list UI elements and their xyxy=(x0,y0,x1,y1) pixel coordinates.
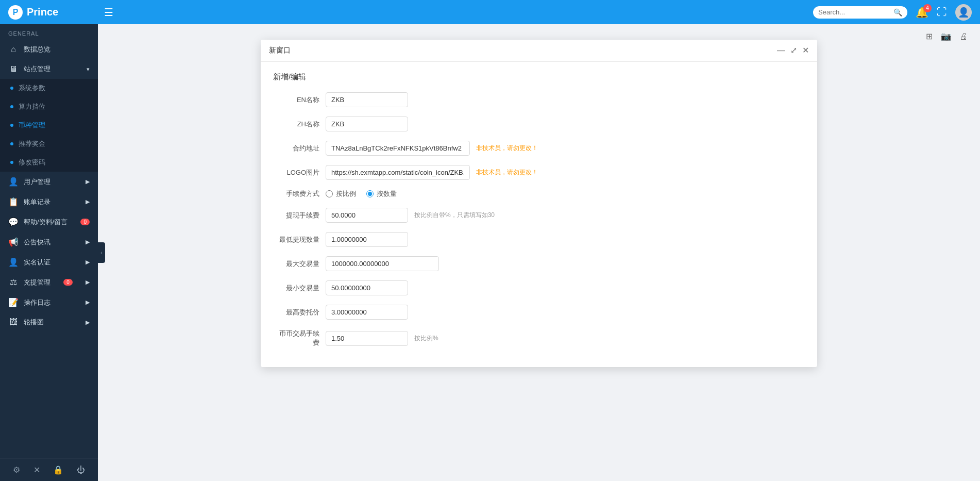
form-label-zh-name: ZH名称 xyxy=(273,120,319,129)
chevron-right-icon-carousel: ▶ xyxy=(86,319,90,326)
help-icon: 💬 xyxy=(8,217,19,227)
form-label-withdraw-fee: 提现手续费 xyxy=(273,211,319,220)
modal-close-button[interactable]: ✕ xyxy=(802,46,809,55)
sidebar-submenu-site: 系统参数 算力挡位 币种管理 推荐奖金 修改密码 xyxy=(0,79,98,172)
notice-icon: 📢 xyxy=(8,237,19,247)
content-area: ⊞ 📷 🖨 ‹ 新窗口 — ⤢ ✕ 新增/编辑 xyxy=(98,24,980,481)
form-input-trade-fee[interactable] xyxy=(326,331,408,346)
form-label-fee-method: 手续费方式 xyxy=(273,189,319,198)
sidebar-item-label-dashboard: 数据总览 xyxy=(24,45,50,54)
radio-label-ratio[interactable]: 按比例 xyxy=(326,189,356,198)
form-label-min-withdraw: 最低提现数量 xyxy=(273,235,319,244)
form-input-logo[interactable] xyxy=(326,165,470,180)
radio-ratio-label: 按比例 xyxy=(336,189,356,198)
avatar[interactable]: 👤 xyxy=(955,4,972,21)
form-row-withdraw-fee: 提现手续费 按比例自带%，只需填写如30 xyxy=(273,208,805,223)
chevron-right-icon-notice: ▶ xyxy=(86,239,90,245)
sidebar-item-help[interactable]: 💬 帮助/资料/留言 0 xyxy=(0,212,98,232)
dashboard-icon: ⌂ xyxy=(8,45,19,54)
sidebar-item-label-notice: 公告快讯 xyxy=(24,238,50,247)
sidebar-item-label-site: 站点管理 xyxy=(24,64,50,74)
sidebar-item-real-name[interactable]: 👤 实名认证 ▶ xyxy=(0,252,98,272)
sidebar-toggle[interactable]: ‹ xyxy=(98,242,105,263)
carousel-icon: 🖼 xyxy=(8,318,19,327)
modal: 新窗口 — ⤢ ✕ 新增/编辑 EN名称 xyxy=(261,40,817,367)
form-input-max-price[interactable] xyxy=(326,305,408,320)
sidebar-sub-label-pwd: 修改密码 xyxy=(19,158,45,167)
sidebar-item-label-help: 帮助/资料/留言 xyxy=(24,218,67,227)
sidebar: GENERAL ⌂ 数据总览 🖥 站点管理 ▾ 系统参数 算力挡位 币种管理 推… xyxy=(0,24,98,481)
sidebar-item-label-user: 用户管理 xyxy=(24,177,50,187)
form-label-max-price: 最高委托价 xyxy=(273,308,319,317)
sidebar-sub-label-sys: 系统参数 xyxy=(19,84,45,93)
form-row-max-trade: 最大交易量 xyxy=(273,256,805,271)
radio-count-label: 按数量 xyxy=(377,189,397,198)
form-row-logo: LOGO图片 非技术员，请勿更改！ xyxy=(273,165,805,180)
sidebar-item-change-pwd[interactable]: 修改密码 xyxy=(0,153,98,172)
search-box: 🔍 xyxy=(813,6,907,19)
form-input-en-name[interactable] xyxy=(326,92,408,107)
sidebar-item-withdraw-mgmt[interactable]: ⚖ 充提管理 0 ▶ xyxy=(0,272,98,292)
sidebar-item-referral[interactable]: 推荐奖金 xyxy=(0,135,98,153)
tools-button[interactable]: ⛶ xyxy=(937,6,947,18)
lock-button[interactable]: 🔒 xyxy=(53,465,63,475)
form-hint-contract: 非技术员，请勿更改！ xyxy=(476,144,538,153)
sidebar-sub-label-referral: 推荐奖金 xyxy=(19,139,45,148)
log-icon: 📝 xyxy=(8,297,19,307)
form-input-contract[interactable] xyxy=(326,141,470,156)
form-row-min-withdraw: 最低提现数量 xyxy=(273,232,805,247)
modal-controls: — ⤢ ✕ xyxy=(777,46,809,55)
logo-icon: P xyxy=(8,5,23,20)
sidebar-item-sys-params[interactable]: 系统参数 xyxy=(0,79,98,97)
sidebar-item-currency[interactable]: 币种管理 xyxy=(0,116,98,135)
form-label-en-name: EN名称 xyxy=(273,95,319,105)
header-right: 🔍 🔔 4 ⛶ 👤 xyxy=(813,4,972,21)
search-input[interactable] xyxy=(818,8,890,16)
sidebar-item-label-bill: 账单记录 xyxy=(24,197,50,207)
sidebar-item-label-withdraw: 充提管理 xyxy=(24,278,50,287)
realname-icon: 👤 xyxy=(8,257,19,267)
form-hint-withdraw-fee: 按比例自带%，只需填写如30 xyxy=(414,211,495,220)
withdraw-badge: 0 xyxy=(63,279,73,286)
sidebar-item-user-mgmt[interactable]: 👤 用户管理 ▶ xyxy=(0,172,98,192)
sidebar-item-dashboard[interactable]: ⌂ 数据总览 xyxy=(0,40,98,59)
modal-maximize-button[interactable]: ⤢ xyxy=(790,46,797,55)
bill-icon: 📋 xyxy=(8,197,19,207)
form-row-contract-address: 合约地址 非技术员，请勿更改！ xyxy=(273,141,805,156)
form-input-min-withdraw[interactable] xyxy=(326,232,408,247)
chevron-right-icon-withdraw: ▶ xyxy=(86,279,90,286)
notification-badge: 4 xyxy=(923,4,932,12)
top-header: P Prince ☰ 🔍 🔔 4 ⛶ 👤 xyxy=(0,0,980,24)
radio-count[interactable] xyxy=(366,190,374,197)
sidebar-item-bill-records[interactable]: 📋 账单记录 ▶ xyxy=(0,192,98,212)
sidebar-item-carousel[interactable]: 🖼 轮播图 ▶ xyxy=(0,312,98,332)
form-input-withdraw-fee[interactable] xyxy=(326,208,408,223)
power-button[interactable]: ⏻ xyxy=(77,465,85,475)
form-label-trade-fee: 币币交易手续费 xyxy=(273,329,319,347)
form-input-max-trade[interactable] xyxy=(326,256,439,271)
notification-button[interactable]: 🔔 4 xyxy=(916,6,928,19)
modal-body: 新增/编辑 EN名称 ZH名称 合约地址 非 xyxy=(261,62,817,367)
search-icon[interactable]: 🔍 xyxy=(893,8,902,16)
radio-ratio[interactable] xyxy=(326,190,333,197)
form-input-min-trade[interactable] xyxy=(326,280,408,295)
hamburger-button[interactable]: ☰ xyxy=(104,7,113,18)
logo-area: P Prince xyxy=(8,5,96,20)
form-label-logo: LOGO图片 xyxy=(273,168,319,177)
radio-label-count[interactable]: 按数量 xyxy=(366,189,397,198)
chevron-right-icon-bill: ▶ xyxy=(86,198,90,205)
modal-overlay: 新窗口 — ⤢ ✕ 新增/编辑 EN名称 xyxy=(98,24,980,481)
form-label-contract: 合约地址 xyxy=(273,144,319,153)
sidebar-item-site-mgmt[interactable]: 🖥 站点管理 ▾ xyxy=(0,59,98,79)
modal-minimize-button[interactable]: — xyxy=(777,46,785,55)
monitor-icon: 🖥 xyxy=(8,64,19,74)
form-input-zh-name[interactable] xyxy=(326,117,408,131)
form-row-en-name: EN名称 xyxy=(273,92,805,107)
sidebar-item-operation-log[interactable]: 📝 操作日志 ▶ xyxy=(0,292,98,312)
close-button[interactable]: ✕ xyxy=(33,465,40,475)
settings-button[interactable]: ⚙ xyxy=(13,465,20,475)
sidebar-item-label-realname: 实名认证 xyxy=(24,258,50,267)
sidebar-item-hashrate[interactable]: 算力挡位 xyxy=(0,97,98,116)
sidebar-item-notice[interactable]: 📢 公告快讯 ▶ xyxy=(0,232,98,252)
sidebar-sub-label-currency: 币种管理 xyxy=(19,121,45,130)
